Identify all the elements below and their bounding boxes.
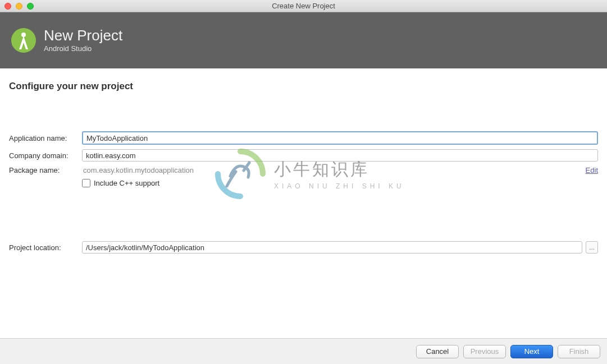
label-project-location: Project location: <box>9 243 82 252</box>
wizard-subtitle: Android Studio <box>44 44 122 53</box>
close-window-icon[interactable] <box>4 3 11 10</box>
row-package-name: Package name: com.easy.kotlin.mytodoappl… <box>9 166 598 174</box>
section-title: Configure your new project <box>9 81 598 92</box>
cpp-support-checkbox[interactable] <box>82 179 90 187</box>
wizard-header: New Project Android Studio <box>0 12 607 68</box>
window-titlebar: Create New Project <box>0 0 607 12</box>
wizard-title: New Project <box>44 28 122 43</box>
row-application-name: Application name: <box>9 131 598 145</box>
browse-location-button[interactable]: … <box>586 241 598 254</box>
cancel-button[interactable]: Cancel <box>416 345 459 358</box>
application-name-input[interactable] <box>82 131 598 145</box>
project-location-input[interactable] <box>82 241 582 254</box>
next-button[interactable]: Next <box>510 345 553 358</box>
finish-button[interactable]: Finish <box>558 345 600 358</box>
wizard-content: Configure your new project Application n… <box>0 68 607 338</box>
label-package-name: Package name: <box>9 166 82 174</box>
package-name-value: com.easy.kotlin.mytodoapplication <box>82 166 581 174</box>
cpp-support-label: Include C++ support <box>94 179 159 187</box>
android-studio-logo-icon <box>10 27 37 54</box>
wizard-footer: Cancel Previous Next Finish <box>0 338 607 364</box>
company-domain-input[interactable] <box>82 149 598 162</box>
label-application-name: Application name: <box>9 134 82 142</box>
label-company-domain: Company domain: <box>9 151 82 160</box>
minimize-window-icon[interactable] <box>16 3 22 10</box>
row-project-location: Project location: … <box>9 241 598 254</box>
edit-package-link[interactable]: Edit <box>586 166 598 174</box>
maximize-window-icon[interactable] <box>27 3 34 10</box>
row-company-domain: Company domain: <box>9 149 598 162</box>
traffic-lights <box>4 3 34 10</box>
row-cpp-support: Include C++ support <box>82 179 598 187</box>
previous-button[interactable]: Previous <box>463 345 506 358</box>
window-title: Create New Project <box>272 2 335 10</box>
